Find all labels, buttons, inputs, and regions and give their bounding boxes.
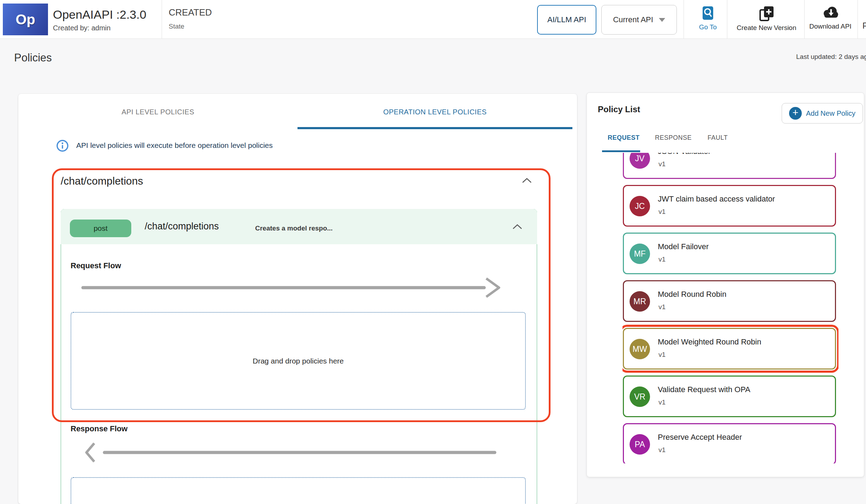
policy-card[interactable]: MF Model Failover v1 (623, 233, 836, 274)
http-method-badge: post (70, 220, 131, 237)
policy-version: v1 (658, 208, 666, 216)
policy-card[interactable]: VR Validate Request with OPA v1 (623, 376, 836, 417)
policy-version: v1 (658, 303, 666, 311)
divider (804, 0, 805, 38)
tab-api-level-policies[interactable]: API LEVEL POLICIES (18, 108, 297, 116)
policy-card[interactable]: JV JSON Validator v1 (623, 153, 836, 179)
policy-active-tab-underline (602, 150, 640, 152)
divider (727, 0, 727, 38)
add-new-policy-label: Add New Policy (806, 109, 855, 118)
add-new-policy-button[interactable]: + Add New Policy (782, 103, 863, 124)
download-api-button[interactable]: Download API (806, 6, 855, 30)
create-new-version-label: Create New Version (737, 24, 796, 32)
policy-version: v1 (658, 160, 666, 168)
policy-tab-fault[interactable]: FAULT (708, 134, 728, 142)
page-title: Policies (14, 52, 52, 64)
document-search-icon (701, 6, 715, 21)
policy-name: Model Failover (658, 242, 709, 251)
request-flow-label: Request Flow (71, 261, 121, 270)
go-to-button[interactable]: Go To (689, 6, 727, 31)
cloud-download-icon (822, 6, 839, 20)
info-icon (56, 139, 69, 152)
policy-card[interactable]: JC JWT claim based access validator v1 (623, 185, 836, 227)
policy-avatar: MF (630, 244, 650, 264)
policy-avatar: VR (630, 386, 650, 407)
policy-name: Model Weighted Round Robin (658, 337, 761, 347)
policy-name: Model Round Robin (658, 290, 726, 299)
policy-version: v1 (658, 446, 666, 454)
lifecycle-state-label: State (169, 23, 184, 30)
api-created-by: Created by: admin (53, 24, 110, 32)
policy-card[interactable]: MR Model Round Robin v1 (623, 280, 836, 322)
current-api-dropdown-label: Current API (613, 15, 653, 24)
current-api-dropdown[interactable]: Current API (601, 5, 677, 35)
policy-avatar: JV (630, 153, 650, 169)
request-flow-arrow-icon (81, 276, 502, 299)
create-new-version-button[interactable]: Create New Version (731, 6, 802, 32)
policy-tab-response[interactable]: RESPONSE (655, 134, 692, 142)
policy-tab-request[interactable]: REQUEST (608, 134, 640, 142)
policy-list-title: Policy List (598, 104, 640, 114)
chevron-down-icon (659, 18, 665, 22)
response-flow-arrow-icon (85, 441, 498, 464)
policy-version: v1 (658, 351, 666, 359)
request-flow-dropzone[interactable]: Drag and drop policies here (71, 312, 526, 410)
active-tab-underline (297, 127, 572, 129)
operation-path: /chat/completions (145, 221, 219, 232)
divider (858, 0, 858, 38)
policy-card[interactable]: MW Model Weighted Round Robin v1 (623, 328, 836, 370)
policy-avatar: PA (630, 434, 650, 455)
top-bar: Op OpenAIAPI :2.3.0 Created by: admin CR… (0, 0, 866, 39)
operation-description: Creates a model respo... (255, 224, 333, 232)
api-title: OpenAIAPI :2.3.0 (53, 8, 146, 22)
lifecycle-state-value: CREATED (169, 7, 212, 18)
dropzone-text: Drag and drop policies here (253, 357, 344, 365)
info-message: API level policies will execute before o… (76, 141, 273, 150)
copy-plus-icon (758, 6, 775, 22)
api-thumbnail-logo: Op (3, 4, 48, 35)
operation-collapse-button[interactable] (512, 224, 522, 229)
last-updated-text: Last updated: 2 days ago (796, 53, 866, 61)
policy-name: Validate Request with OPA (658, 385, 750, 394)
ai-llm-api-badge-button[interactable]: AI/LLM API (537, 5, 596, 35)
response-flow-dropzone[interactable] (71, 477, 526, 504)
response-flow-label: Response Flow (71, 424, 127, 433)
policy-list-scroll-area[interactable]: JV JSON Validator v1 JC JWT claim based … (623, 153, 838, 463)
divider (684, 0, 684, 38)
policy-avatar: MR (630, 291, 650, 312)
policy-name: JSON Validator (658, 153, 711, 156)
resource-group-title: /chat/completions (61, 175, 143, 187)
policy-name: Preserve Accept Header (658, 433, 742, 442)
download-api-label: Download API (809, 23, 851, 30)
publisher-screen: Op OpenAIAPI :2.3.0 Created by: admin CR… (0, 0, 866, 504)
policy-avatar: MW (630, 339, 650, 359)
policy-card[interactable]: PA Preserve Accept Header v1 (623, 423, 836, 463)
resource-collapse-button[interactable] (522, 177, 532, 184)
policy-version: v1 (658, 256, 666, 263)
tab-operation-level-policies[interactable]: OPERATION LEVEL POLICIES (297, 108, 572, 116)
go-to-label: Go To (699, 23, 717, 31)
clipped-toolbar-item[interactable]: P (862, 21, 866, 31)
policy-version: v1 (658, 398, 666, 406)
policy-name: JWT claim based access validator (658, 194, 775, 204)
policy-avatar: JC (630, 196, 650, 216)
divider (162, 0, 162, 38)
plus-circle-icon: + (789, 107, 802, 120)
